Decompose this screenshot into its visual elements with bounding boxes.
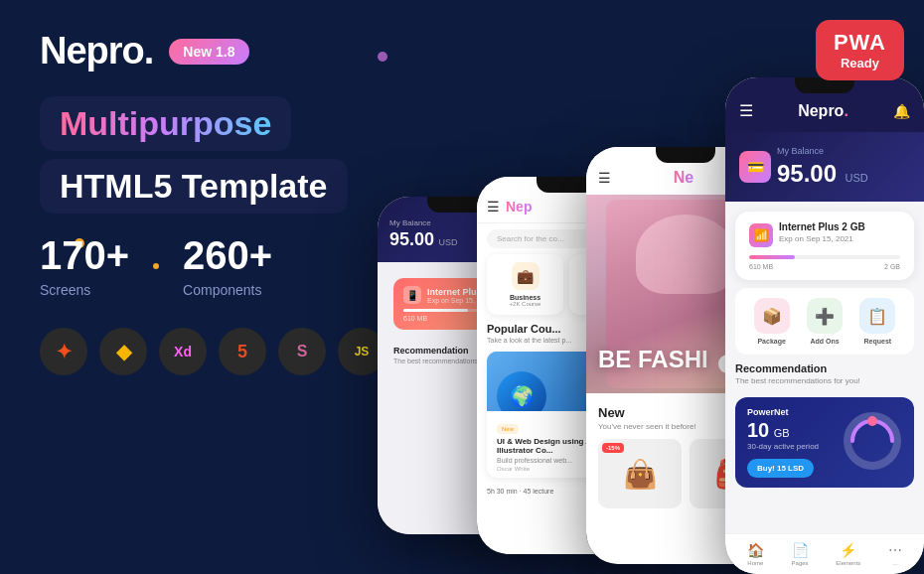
addons-action[interactable]: ➕ Add Ons <box>807 298 843 345</box>
multipurpose-text: Multipurpose <box>60 104 271 143</box>
p4-balance-currency: USD <box>846 172 868 184</box>
bottom-nav: 🏠 Home 📄 Pages ⚡ Elements ⋯ ... <box>725 533 924 574</box>
screens-number: 170+ <box>40 233 129 278</box>
new-badge: New <box>497 424 519 434</box>
package-icon: 📦 <box>754 298 790 334</box>
xd-icon[interactable]: Xd <box>159 328 207 375</box>
reco-title: Recommendation <box>735 362 914 374</box>
home-nav-label: Home <box>747 560 764 566</box>
business-label: Business <box>495 294 555 301</box>
logo: Nepro. <box>40 30 153 72</box>
phone-2-menu-icon: ☰ <box>487 199 500 215</box>
package-label: Package <box>754 338 790 345</box>
business-icon: 💼 <box>512 262 539 290</box>
plan-size-row: 10 GB <box>747 419 819 442</box>
data-stats: 610 MB 2 GB <box>749 263 900 270</box>
components-number: 260+ <box>183 233 272 278</box>
plan-card: PowerNet 10 GB 30-day active period Buy!… <box>735 397 914 488</box>
plan-icon-svg <box>843 411 902 471</box>
balance-amount-row: 95.00 USD <box>777 160 868 188</box>
phone-4-menu-icon: ☰ <box>739 101 753 120</box>
pwa-badge: PWA Ready <box>816 20 904 80</box>
data-used: 610 MB <box>749 263 773 270</box>
phone-3-menu: ☰ <box>598 170 611 186</box>
phone-4: ☰ Nepro. 🔔 💳 My Balance 95.00 USD <box>725 77 924 574</box>
phone-4-brand: Nepro <box>798 102 844 119</box>
nav-more[interactable]: ⋯ ... <box>888 542 902 566</box>
request-icon: 📋 <box>859 298 895 334</box>
phone-3-notch <box>656 147 715 163</box>
buy-button[interactable]: Buy! 15 LSD <box>747 459 814 478</box>
addons-icon: ➕ <box>807 298 843 334</box>
nav-elements[interactable]: ⚡ Elements <box>836 542 860 566</box>
version-badge: New 1.8 <box>169 39 248 65</box>
data-card-icon: 📶 <box>749 223 773 247</box>
logo-text: Nepro. <box>40 30 153 72</box>
stat-separator <box>153 263 159 269</box>
product-1-image: 👜 -15% <box>598 439 682 508</box>
request-label: Request <box>859 338 895 345</box>
p4-balance-amount: 95.00 <box>777 160 837 187</box>
data-card-info: Internet Plus 2 GB Exp on Sep 15, 2021 <box>779 221 865 249</box>
package-action[interactable]: 📦 Package <box>754 298 790 345</box>
pages-nav-icon: 📄 <box>792 542 809 558</box>
nav-home[interactable]: 🏠 Home <box>747 542 764 566</box>
screens-stat: 170+ Screens <box>40 233 129 298</box>
phone-3-brand: Ne <box>674 169 693 187</box>
balance-amount: 95.00 <box>389 229 434 249</box>
more-nav-label: ... <box>888 560 902 566</box>
business-count: +2K Course <box>495 301 555 307</box>
pwa-label: PWA <box>834 30 886 56</box>
brand-dot: . <box>844 102 847 119</box>
discount-badge: -15% <box>602 443 624 453</box>
balance-currency: USD <box>439 237 458 247</box>
plan-name: PowerNet <box>747 407 819 417</box>
html5-icon[interactable]: 5 <box>219 328 266 375</box>
elements-nav-icon: ⚡ <box>836 542 860 558</box>
home-nav-icon: 🏠 <box>747 542 764 558</box>
plan-visual <box>843 411 902 475</box>
plan-info: PowerNet 10 GB 30-day active period Buy!… <box>747 407 819 478</box>
more-nav-icon: ⋯ <box>888 542 902 558</box>
plan-unit: GB <box>774 427 790 439</box>
phone-2-brand: Nep <box>506 199 532 215</box>
data-card-title: Internet Plus 2 GB <box>779 221 865 232</box>
plan-size: 10 <box>747 419 769 441</box>
pages-nav-label: Pages <box>792 560 809 566</box>
sass-icon[interactable]: S <box>278 328 326 375</box>
pwa-ready-label: Ready <box>834 56 886 71</box>
elements-nav-label: Elements <box>836 560 860 566</box>
p4-balance-label: My Balance <box>777 146 868 156</box>
addons-label: Add Ons <box>807 338 843 345</box>
components-stat: 260+ Components <box>183 233 272 298</box>
balance-info: My Balance 95.00 USD <box>777 146 868 188</box>
phone-4-brand-row: Nepro. <box>798 102 848 120</box>
data-progress-bar <box>749 255 900 259</box>
html5-text: HTML5 Template <box>60 167 328 206</box>
phones-container: My Balance 95.00 USD 📱 Internet Plus 2 G… <box>348 0 924 574</box>
components-label: Components <box>183 282 272 298</box>
product-1: 👜 -15% <box>598 439 682 508</box>
figma-icon[interactable]: ✦ <box>40 328 87 375</box>
phone-4-notif: 🔔 <box>893 103 910 119</box>
reco-sub: The best recommendations for you! <box>735 376 914 385</box>
recommendation-section: Recommendation The best recommendations … <box>725 355 924 397</box>
action-buttons: 📦 Package ➕ Add Ons 📋 Request <box>735 288 914 355</box>
search-placeholder: Search for the co... <box>497 234 564 243</box>
data-progress-fill <box>749 255 795 259</box>
html5-block: HTML5 Template <box>40 159 348 214</box>
plan-period: 30-day active period <box>747 442 819 451</box>
data-card: 📶 Internet Plus 2 GB Exp on Sep 15, 2021… <box>735 212 914 280</box>
balance-section: 💳 My Balance 95.00 USD <box>725 132 924 202</box>
data-total: 2 GB <box>884 263 900 270</box>
balance-icon: 💳 <box>739 151 771 183</box>
progress-used: 610 MB <box>403 315 427 322</box>
request-action[interactable]: 📋 Request <box>859 298 895 345</box>
sketch-icon[interactable]: ◆ <box>99 328 147 375</box>
nav-pages[interactable]: 📄 Pages <box>792 542 809 566</box>
hero-text: BE FASHI <box>598 346 708 373</box>
svg-point-1 <box>867 416 877 426</box>
data-card-exp: Exp on Sep 15, 2021 <box>779 234 865 243</box>
progress-fill <box>403 309 468 312</box>
business-card: 💼 Business +2K Course <box>487 254 563 315</box>
